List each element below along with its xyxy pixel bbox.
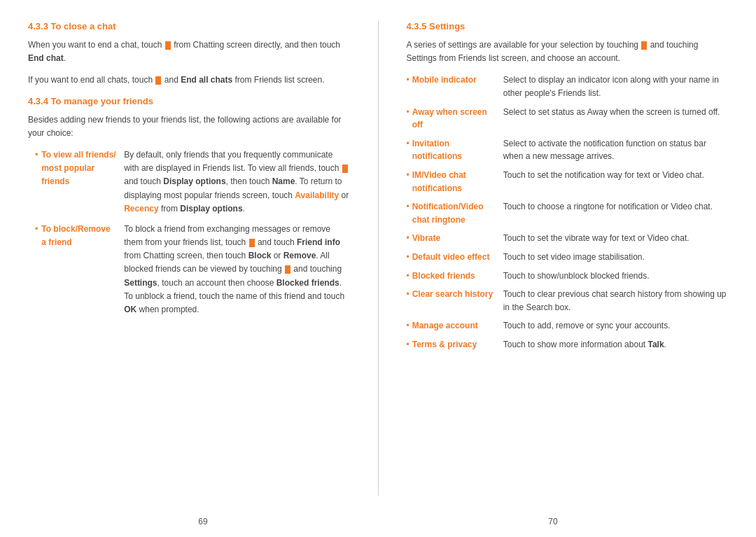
settings-def-manage-account: Touch to add, remove or sync your accoun… bbox=[503, 319, 728, 333]
settings-dot-7: • bbox=[407, 251, 410, 264]
settings-row-ringtone: • Notification/Video chat ringtone Touch… bbox=[407, 200, 729, 226]
settings-dot-2: • bbox=[407, 106, 410, 119]
settings-term-mobile: Mobile indicator bbox=[412, 74, 503, 87]
settings-dot-4: • bbox=[407, 169, 410, 182]
display-options-bold2: Display options bbox=[180, 204, 242, 214]
settings-row-terms: • Terms & privacy Touch to show more inf… bbox=[407, 338, 729, 351]
icon4 bbox=[249, 239, 255, 247]
recency-bold: Recency bbox=[124, 204, 158, 214]
settings-term-manage-account: Manage account bbox=[412, 319, 503, 333]
para2-bold: End all chats bbox=[181, 75, 232, 85]
bullet-item-block-friend: • To block/Removea friend To block a fri… bbox=[35, 223, 350, 316]
settings-term-default-video: Default video effect bbox=[412, 251, 503, 264]
settings-term-away: Away when screen off bbox=[412, 106, 503, 132]
section-433-para2: If you want to end all chats, touch and … bbox=[28, 74, 350, 87]
bullet-term-2: To block/Removea friend bbox=[41, 223, 118, 316]
bullet-desc-2: To block a friend from exchanging messag… bbox=[124, 223, 349, 316]
icon3 bbox=[342, 165, 348, 173]
page-footer: 69 70 bbox=[0, 510, 756, 537]
settings-term-blocked: Blocked friends bbox=[412, 270, 503, 283]
bullet-list: • To view all friends/most popularfriend… bbox=[35, 148, 350, 316]
left-page: 4.3.3 To close a chat When you want to e… bbox=[28, 21, 379, 496]
settings-def-terms: Touch to show more information about Tal… bbox=[503, 338, 728, 351]
section-433-heading: 4.3.3 To close a chat bbox=[28, 21, 350, 32]
bullet-desc-1: By default, only friends that you freque… bbox=[124, 148, 349, 216]
para2-text2: and bbox=[162, 75, 181, 85]
availability-bold: Availability bbox=[295, 190, 339, 200]
bullet-item-view-friends: • To view all friends/most popularfriend… bbox=[35, 148, 350, 216]
page-number-left: 69 bbox=[28, 517, 378, 526]
settings-table: • Mobile indicator Select to display an … bbox=[407, 74, 729, 351]
settings-def-ringtone: Touch to choose a ringtone for notificat… bbox=[503, 200, 728, 214]
settings-row-invitation: • Invitation notifications Select to act… bbox=[407, 137, 729, 163]
para1-bold: End chat bbox=[28, 53, 64, 63]
settings-row-default-video: • Default video effect Touch to set vide… bbox=[407, 251, 729, 264]
settings-def-away: Select to set status as Away when the sc… bbox=[503, 106, 728, 119]
name-bold: Name bbox=[272, 176, 295, 186]
intro-text1: A series of settings are available for y… bbox=[407, 40, 641, 50]
bullet-term-1: To view all friends/most popularfriends bbox=[41, 148, 118, 216]
icon5 bbox=[285, 265, 290, 274]
settings-bold: Settings bbox=[124, 278, 157, 288]
right-page: 4.3.5 Settings A series of settings are … bbox=[379, 21, 729, 496]
settings-row-vibrate: • Vibrate Touch to set the vibrate way f… bbox=[407, 232, 729, 245]
section-433-para1: When you want to end a chat, touch from … bbox=[28, 39, 350, 65]
settings-def-clear-search: Touch to clear previous chat search hist… bbox=[503, 288, 728, 314]
para2-text1: If you want to end all chats, touch bbox=[28, 75, 155, 85]
settings-def-default-video: Touch to set video image stabilisation. bbox=[503, 251, 728, 264]
settings-row-imvideo: • IM/Video chat notifications Touch to s… bbox=[407, 169, 729, 195]
display-options-bold: Display options bbox=[163, 176, 225, 186]
settings-dot-9: • bbox=[407, 288, 410, 301]
settings-row-blocked: • Blocked friends Touch to show/unblock … bbox=[407, 270, 729, 283]
blocked-friends-bold: Blocked friends bbox=[276, 278, 340, 288]
settings-term-vibrate: Vibrate bbox=[412, 232, 503, 245]
settings-row-clear-search: • Clear search history Touch to clear pr… bbox=[407, 288, 729, 314]
block-bold: Block bbox=[248, 251, 272, 260]
bullet-dot-2: • bbox=[35, 223, 38, 316]
page-number-right: 70 bbox=[378, 517, 728, 526]
friend-info-bold: Friend info bbox=[297, 237, 340, 247]
settings-dot-8: • bbox=[407, 270, 410, 283]
section-435-intro: A series of settings are available for y… bbox=[407, 39, 729, 65]
settings-dot-5: • bbox=[407, 200, 410, 214]
settings-dot-10: • bbox=[407, 319, 410, 333]
settings-intro-bold: Settings bbox=[407, 53, 437, 63]
talk-bold: Talk bbox=[648, 340, 664, 349]
settings-dot-6: • bbox=[407, 232, 410, 245]
section-434-heading: 4.3.4 To manage your friends bbox=[28, 96, 350, 106]
settings-dot-1: • bbox=[407, 74, 410, 87]
settings-term-clear-search: Clear search history bbox=[412, 288, 503, 301]
intro-text2: and touching bbox=[648, 40, 698, 50]
bullet-dot-1: • bbox=[35, 148, 38, 216]
icon2 bbox=[155, 76, 161, 85]
para1-text2: from Chatting screen directly, and then … bbox=[172, 40, 340, 50]
settings-row-mobile: • Mobile indicator Select to display an … bbox=[407, 74, 729, 99]
para1-text1: When you want to end a chat, touch bbox=[28, 40, 164, 50]
settings-term-terms: Terms & privacy bbox=[412, 338, 503, 351]
settings-dot-3: • bbox=[407, 137, 410, 151]
intro-text3: from Friends list screen, and choose an … bbox=[437, 53, 620, 63]
settings-dot-11: • bbox=[407, 338, 410, 351]
settings-def-invitation: Select to activate the notification func… bbox=[503, 137, 728, 163]
icon6 bbox=[641, 41, 647, 50]
section-434-intro: Besides adding new friends to your frien… bbox=[28, 113, 350, 140]
settings-row-away: • Away when screen off Select to set sta… bbox=[407, 106, 729, 132]
settings-term-imvideo: IM/Video chat notifications bbox=[412, 169, 503, 195]
para1-text3: . bbox=[64, 53, 66, 63]
para2-text3: from Friends list screen. bbox=[232, 75, 324, 85]
settings-def-vibrate: Touch to set the vibrate way for text or… bbox=[503, 232, 728, 245]
ok-bold: OK bbox=[124, 305, 136, 314]
icon1 bbox=[165, 41, 171, 50]
remove-bold: Remove bbox=[284, 251, 316, 260]
section-435-heading: 4.3.5 Settings bbox=[407, 21, 729, 32]
settings-def-blocked: Touch to show/unblock blocked friends. bbox=[503, 270, 728, 283]
settings-def-imvideo: Touch to set the notification way for te… bbox=[503, 169, 728, 182]
settings-def-mobile: Select to display an indicator icon alon… bbox=[503, 74, 728, 99]
settings-term-invitation: Invitation notifications bbox=[412, 137, 503, 163]
settings-row-manage-account: • Manage account Touch to add, remove or… bbox=[407, 319, 729, 333]
settings-term-ringtone: Notification/Video chat ringtone bbox=[412, 200, 503, 226]
